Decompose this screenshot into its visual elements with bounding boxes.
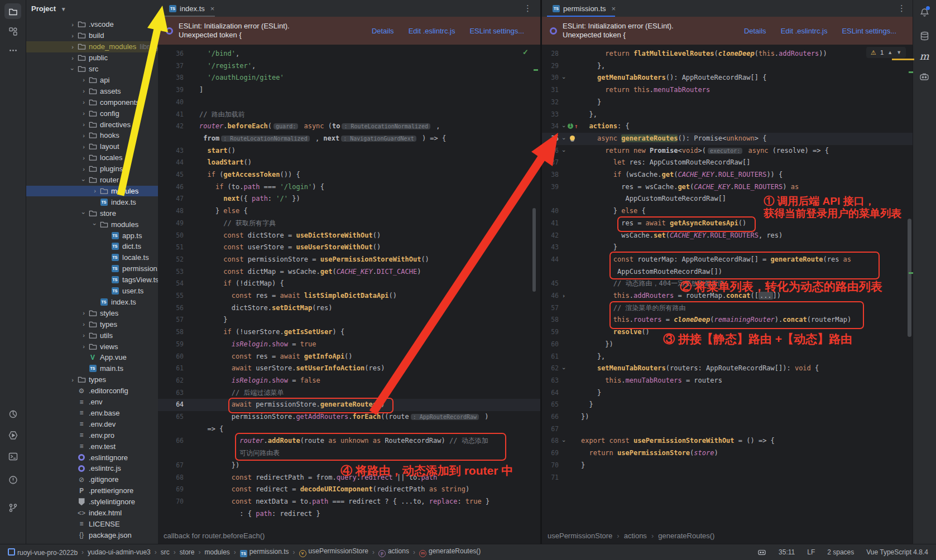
line-number[interactable]: 45 <box>166 169 184 181</box>
edit-eslintrc-link[interactable]: Edit .eslintrc.js <box>781 27 828 35</box>
tab-options-kebab-icon[interactable]: ⋮ <box>524 3 532 13</box>
line-number[interactable]: 33 <box>543 109 559 121</box>
scrollbar-thumb-left[interactable] <box>532 208 536 292</box>
chevron-right-icon[interactable]: › <box>80 332 88 339</box>
code-line-34[interactable]: 34›1↑ actions: { <box>542 120 913 133</box>
line-number[interactable]: 44 <box>166 157 184 169</box>
chevron-right-icon[interactable]: › <box>69 21 76 28</box>
breadcrumb-item[interactable]: vusePermissionStore <box>299 547 368 557</box>
tab-permission-ts[interactable]: TS permission.ts × <box>547 0 621 17</box>
git-branch-icon[interactable] <box>4 500 21 515</box>
line-number[interactable]: 67 <box>543 423 559 436</box>
terminal-icon[interactable] <box>4 448 21 464</box>
line-number[interactable]: 46 <box>166 181 184 194</box>
code-line-50[interactable]: 50 const dictStore = useDictStoreWithOut… <box>158 230 541 242</box>
tree-item-index.ts[interactable]: TSindex.ts <box>26 297 158 308</box>
code-line-68[interactable]: 68 const redirectPath = from.query.redir… <box>158 472 541 484</box>
tree-item-.gitignore[interactable]: ⊘.gitignore <box>26 474 158 485</box>
intention-bulb-icon[interactable] <box>570 136 575 141</box>
line-number[interactable]: 53 <box>166 266 184 278</box>
tree-item-styles[interactable]: ›styles <box>26 307 158 318</box>
pane-splitter[interactable] <box>540 0 542 544</box>
ai-robot-icon[interactable] <box>757 548 766 556</box>
tree-item-.env.dev[interactable]: ≡.env.dev <box>26 418 158 429</box>
edit-eslintrc-link[interactable]: Edit .eslintrc.js <box>409 27 455 35</box>
chevron-right-icon[interactable]: › <box>80 343 88 350</box>
code-line-62[interactable]: 62 isRelogin.show = false <box>158 375 541 387</box>
tree-item-modules[interactable]: ›modules <box>26 219 158 230</box>
chevron-right-icon[interactable]: › <box>80 155 88 161</box>
tree-item-.editorconfig[interactable]: ⚙.editorconfig <box>26 385 158 397</box>
line-number[interactable]: 43 <box>166 145 184 157</box>
tree-item-types[interactable]: ›types <box>26 374 158 385</box>
tree-item-package.json[interactable]: {}package.json <box>26 529 158 540</box>
tree-item-.eslintignore[interactable]: .eslintignore <box>26 452 158 463</box>
code-line-37[interactable]: 37 '/register', <box>158 60 541 73</box>
chevron-right-icon[interactable]: › <box>80 88 88 94</box>
chevron-down-icon[interactable]: › <box>91 221 99 228</box>
tree-item-LICENSE[interactable]: ≡LICENSE <box>26 519 158 530</box>
line-number[interactable]: 39 <box>543 181 559 194</box>
line-number[interactable]: 44 <box>543 254 559 266</box>
chevron-right-icon[interactable]: › <box>80 321 88 327</box>
database-icon[interactable] <box>916 28 933 44</box>
chevron-right-icon[interactable]: › <box>80 166 88 172</box>
line-number[interactable]: 47 <box>166 193 184 205</box>
line-number[interactable]: 40 <box>543 205 559 218</box>
code-line-30[interactable]: 30› getMenuTabRouters(): AppRouteRecordR… <box>542 72 913 84</box>
code-line-57[interactable]: 57 } <box>158 314 541 326</box>
breadcrumb-item[interactable]: modules <box>204 548 229 556</box>
line-number[interactable]: 39 <box>166 84 184 96</box>
tree-item-api[interactable]: ›api <box>26 75 158 86</box>
line-number[interactable]: 45 <box>543 278 559 290</box>
line-number[interactable]: 59 <box>543 326 559 339</box>
line-number[interactable]: 71 <box>543 472 559 484</box>
line-number[interactable]: 68 <box>543 435 559 447</box>
eslint-settings-link[interactable]: ESLint settings... <box>469 27 524 35</box>
line-number[interactable]: 29 <box>543 60 559 73</box>
tree-item-assets[interactable]: ›assets <box>26 85 158 96</box>
project-panel-header[interactable]: Project ▼ <box>31 4 66 13</box>
close-icon[interactable]: × <box>612 4 616 13</box>
tree-item-.stylelintignore[interactable]: .stylelintignore <box>26 496 158 508</box>
code-line-29[interactable]: 29 }, <box>542 60 913 73</box>
line-number[interactable]: 30 <box>543 72 559 84</box>
code-line-68[interactable]: 68›export const usePermissionStoreWithOu… <box>542 435 913 447</box>
next-problem-icon[interactable]: ▼ <box>896 50 901 55</box>
context-actions[interactable]: actions <box>624 532 647 540</box>
code-line-35[interactable]: 35› async generateRoutes(): Promise<unkn… <box>542 133 913 145</box>
code-line-39[interactable]: 39] <box>158 84 541 96</box>
more-tools-icon[interactable] <box>4 42 21 58</box>
code-line-69[interactable]: 69 const redirect = decodeURIComponent(r… <box>158 484 541 496</box>
code-line-54[interactable]: 54 if (!dictMap) { <box>158 278 541 290</box>
line-number[interactable]: 41 <box>543 218 559 230</box>
code-line-40[interactable]: 40 <box>158 96 541 109</box>
fold-chevron-down-icon[interactable]: › <box>562 133 565 145</box>
line-number[interactable]: 70 <box>166 496 184 508</box>
code-line-wrap[interactable]: AppCustomRouteRecordRaw[] <box>542 193 913 205</box>
fold-chevron-down-icon[interactable]: › <box>562 72 565 84</box>
code-line-42[interactable]: 42router.beforeEach(guard: async (to: Ro… <box>158 120 541 133</box>
tree-item-.eslintrc.js[interactable]: .eslintrc.js <box>26 463 158 474</box>
code-line-wrap[interactable]: from: RouteLocationNormalized , next: Na… <box>158 133 541 145</box>
line-ending[interactable]: LF <box>807 548 815 556</box>
line-number[interactable]: 69 <box>543 447 559 460</box>
line-number[interactable]: 36 <box>166 48 184 60</box>
line-number[interactable]: 31 <box>543 84 559 96</box>
editor-index-ts[interactable]: 36 '/bind',37 '/register',38 '/oauthLogi… <box>158 45 541 527</box>
code-line-46[interactable]: 46› this.addRouters = routerMap.concat([… <box>542 290 913 302</box>
code-line-64[interactable]: 64 await permissionStore.generateRoutes(… <box>158 399 541 411</box>
tree-item-user.ts[interactable]: TSuser.ts <box>26 286 158 297</box>
code-line-wrap[interactable]: AppCustomRouteRecordRaw[]) <box>542 266 913 278</box>
code-line-58[interactable]: 58 if (!userStore.getIsSetUser) { <box>158 326 541 339</box>
line-number[interactable]: 62 <box>166 375 184 387</box>
code-line-wrap[interactable]: 可访问路由表 <box>158 447 541 460</box>
eslint-settings-link[interactable]: ESLint settings... <box>842 27 896 35</box>
chevron-right-icon[interactable]: › <box>80 110 88 117</box>
line-number[interactable]: 65 <box>543 399 559 411</box>
code-line-36[interactable]: 36› return new Promise<void>(executor: a… <box>542 145 913 157</box>
tree-item-components[interactable]: ›components <box>26 96 158 108</box>
project-tool-icon[interactable] <box>4 3 21 19</box>
tree-item-.env.test[interactable]: ≡.env.test <box>26 441 158 452</box>
notifications-bell-icon[interactable] <box>916 4 933 20</box>
